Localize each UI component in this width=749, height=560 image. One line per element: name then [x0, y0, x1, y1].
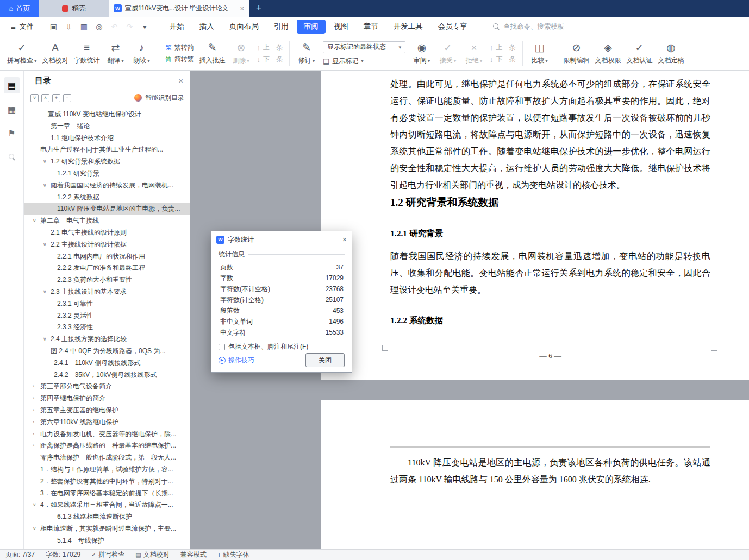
page-indicator[interactable]: 页面: 7/37	[5, 550, 35, 559]
ribbon-tab-1[interactable]: 插入	[192, 20, 221, 34]
toc-item[interactable]: ›第六章110kV 线路继电保护	[24, 417, 190, 429]
toc-item[interactable]: ∨随着我国国民经济的持续发展，电网装机...	[24, 180, 190, 192]
chevron-down-icon[interactable]: ∨	[43, 286, 47, 298]
toc-item[interactable]: 6.1.3 线路相电流速断保护	[24, 511, 190, 523]
insert-comment-button[interactable]: ✎插入批注	[197, 40, 228, 67]
ribbon-tab-3[interactable]: 引用	[267, 20, 296, 34]
outline-panel-button[interactable]: ▤	[4, 77, 20, 93]
chevron-right-icon[interactable]: ›	[33, 440, 34, 452]
chevron-right-icon[interactable]: ›	[33, 381, 34, 393]
toc-item[interactable]: ∨第二章 电气主接线	[24, 215, 190, 227]
dialog-titlebar[interactable]: W 字数统计 ×	[211, 231, 352, 248]
tips-link[interactable]: ▶ 操作技巧	[219, 356, 254, 365]
docer-tab[interactable]: 稻壳	[39, 0, 109, 17]
toc-item[interactable]: 第一章 绪论	[24, 121, 190, 133]
next-button[interactable]: ↓下一条	[490, 55, 516, 64]
trad-simp-button[interactable]: 繁繁转简	[166, 43, 194, 52]
reject-button[interactable]: ×拒绝▾	[461, 40, 487, 67]
ribbon-tab-5[interactable]: 视图	[327, 20, 355, 34]
more-button[interactable]: ▾	[138, 20, 152, 34]
spellcheck-status[interactable]: ✓拼写检查	[91, 550, 124, 559]
search-panel-button[interactable]	[4, 149, 20, 165]
smart-recognize-toc-button[interactable]: 智能识别目录	[134, 93, 184, 103]
checkbox-icon[interactable]	[219, 344, 225, 350]
chevron-down-icon[interactable]: ∨	[43, 239, 47, 251]
toc-item[interactable]: ∨2.4 主接线方案的选择比较	[24, 334, 190, 345]
collapse-level-button[interactable]: −	[63, 94, 71, 102]
delete-comment-button[interactable]: ⊗删除▾	[228, 40, 254, 67]
doc-certify-button[interactable]: ✓文档认证	[624, 40, 656, 67]
chevron-down-icon[interactable]: ∨	[33, 499, 36, 511]
toc-item[interactable]: ›第三章部分电气设备简介	[24, 381, 190, 393]
body-paragraph[interactable]: 110kV 降压变电站是地区的主电源，负责该地区各种负荷的供电任务。该站通过两条…	[390, 454, 710, 488]
toc-item[interactable]: 3．在电网零序网络基本稳定的前提下（长期...	[24, 488, 190, 500]
toc-item[interactable]: 2.2.3 负荷的大小和重要性	[24, 274, 190, 286]
home-tab[interactable]: ⌂ 首页	[0, 0, 39, 17]
show-markup-button[interactable]: ▤显示标记▾	[323, 56, 405, 66]
missing-font[interactable]: T缺失字体	[217, 550, 249, 559]
new-tab-button[interactable]: +	[249, 0, 269, 17]
save-button[interactable]: ▣	[47, 20, 60, 34]
revise-button[interactable]: ✎修订▾	[294, 40, 320, 67]
toc-item[interactable]: 宣威 110kV 变电站继电保护设计	[24, 109, 190, 121]
toc-item[interactable]: ∨1.2 研究背景和系统数据	[24, 156, 190, 168]
toc-item[interactable]: ∨2.2 主接线设计的设计依据	[24, 239, 190, 251]
document-page-6[interactable]: 处理。由此可见，继电保护是任何电力系统必不可少的组成部分，在保证系统安全运行、保…	[321, 71, 749, 380]
print-preview-button[interactable]: ◎	[92, 20, 106, 34]
subsection-heading[interactable]: 1.2.1 研究背景	[390, 228, 443, 240]
chevron-down-icon[interactable]: ∨	[43, 334, 47, 345]
toc-item[interactable]: 2.3.3 经济性	[24, 322, 190, 334]
toc-item[interactable]: 1.2.2 系统数据	[24, 192, 190, 204]
body-paragraph[interactable]: 随着我国国民经济的持续发展，电网装机容量迅速增加，变电站的功能是转换电压、收集和…	[390, 248, 710, 298]
toc-item[interactable]: 110kV 降压变电站是地区的主电源，负责...	[24, 203, 190, 215]
undo-button[interactable]: ↶	[108, 20, 121, 34]
toc-item[interactable]: ›电力设备如发电机、变压器等的继电保护，除...	[24, 429, 190, 441]
chevron-right-icon[interactable]: ›	[33, 417, 34, 429]
collapse-all-button[interactable]: ∧	[41, 94, 49, 102]
toc-item[interactable]: 零序电流保护一般也作成阶段式，第一段无人...	[24, 452, 190, 464]
doc-final-button[interactable]: ◍文档定稿	[656, 40, 687, 67]
toc-item[interactable]: 1．结构与工作原理简单，试验维护方便，容...	[24, 464, 190, 476]
close-dialog-icon[interactable]: ×	[342, 235, 347, 244]
toc-item[interactable]: 图 2-4 中 0QF 为分段断路器，0QS 为...	[24, 345, 190, 357]
expand-level-button[interactable]: +	[52, 94, 60, 102]
toc-item[interactable]: ›距离保护是高压线路的一种最基本的继电保护...	[24, 440, 190, 452]
proofread-status[interactable]: ▤文档校对	[135, 550, 169, 559]
chevron-down-icon[interactable]: ∨	[43, 180, 47, 192]
next-button[interactable]: ↓下一条	[257, 55, 283, 64]
toc-item[interactable]: 2．整套保护没有其他的中间环节，特别对于...	[24, 476, 190, 488]
document-tab[interactable]: W 宣威110kV变电...设计 毕业设计论文 ×	[109, 0, 249, 17]
toc-item[interactable]: ∨4．如果线路采用三相重合闸，当近故障点一...	[24, 499, 190, 511]
chevron-right-icon[interactable]: ›	[33, 405, 34, 417]
toc-item[interactable]: 5.1.4 母线保护	[24, 535, 190, 547]
prev-button[interactable]: ↑上一条	[490, 43, 516, 52]
close-panel-icon[interactable]: ×	[178, 76, 183, 85]
close-tab-icon[interactable]: ×	[240, 4, 244, 12]
expand-all-button[interactable]: ∨	[30, 94, 39, 102]
ribbon-tab-4[interactable]: 审阅	[297, 20, 326, 34]
section-heading[interactable]: 1.2 研究背景和系统数据	[390, 196, 499, 210]
toc-item[interactable]: ∨相电流速断，其实就是瞬时过电流保护，主要...	[24, 523, 190, 535]
print-button[interactable]: ▥	[77, 20, 91, 34]
toc-item[interactable]: 2.3.1 可靠性	[24, 298, 190, 310]
toc-item[interactable]: 1.2.1 研究背景	[24, 168, 190, 180]
toc-item[interactable]: ∨2.3 主接线设计的基本要求	[24, 286, 190, 298]
toc-item[interactable]: 电力生产过程不同于其他工业生产过程的...	[24, 144, 190, 156]
chevron-right-icon[interactable]: ›	[33, 429, 34, 441]
translate-button[interactable]: ⇄翻译▾	[103, 40, 129, 67]
toc-item[interactable]: 2.1 电气主接线的设计原则	[24, 227, 190, 239]
proofread-button[interactable]: A文档校对	[40, 40, 71, 67]
doc-permission-button[interactable]: ◈文档权限	[592, 40, 624, 67]
markup-state-combobox[interactable]: 显示标记的最终状态▾	[323, 41, 405, 53]
ribbon-tab-0[interactable]: 开始	[163, 20, 191, 34]
toc-item[interactable]: ›第四章继电保护的简介	[24, 393, 190, 405]
bookmark-panel-button[interactable]: ⚑	[4, 125, 20, 141]
ribbon-tab-6[interactable]: 章节	[357, 20, 385, 34]
prev-button[interactable]: ↑上一条	[257, 43, 283, 52]
toc-item[interactable]: 2.3.2 灵活性	[24, 310, 190, 322]
toc-item[interactable]: 2.4.1 110kV 侧母线接线形式	[24, 357, 190, 369]
chevron-down-icon[interactable]: ∨	[33, 523, 36, 535]
toc-item[interactable]: 2.4.2 35kV，10kV侧母线接线形式	[24, 369, 190, 381]
spellcheck-button[interactable]: ✓拼写检查▾	[4, 40, 40, 67]
checklist-panel-button[interactable]: ▦	[4, 101, 20, 117]
